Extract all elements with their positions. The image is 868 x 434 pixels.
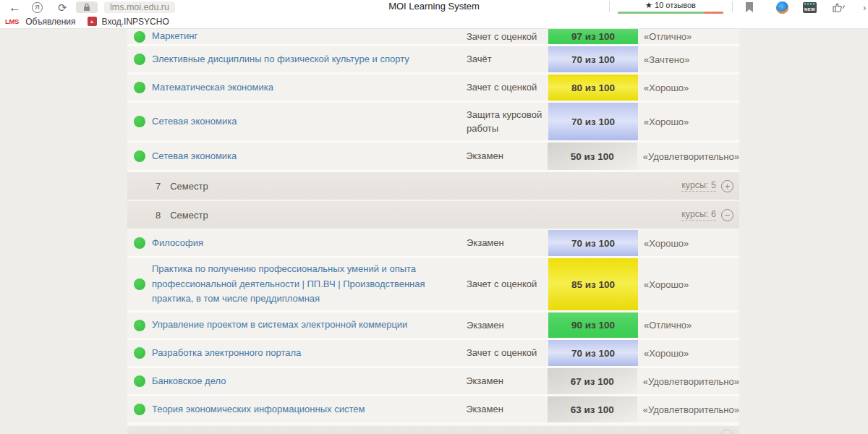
toolbar-divider: [732, 1, 733, 12]
assessment-type: Зачет с оценкой: [467, 30, 548, 44]
assessment-type: Экзамен: [466, 374, 548, 388]
assessment-type: Зачет с оценкой: [467, 80, 548, 95]
browser-chrome: ← Я ⟳ lms.moi.edu.ru MOI Learning System…: [0, 0, 868, 29]
score-cell: 70 из 100: [548, 103, 638, 140]
page-title: MOI Learning System: [388, 1, 480, 12]
grade-text: «Удовлетворительно»: [637, 404, 739, 415]
status-cell: [127, 375, 152, 387]
status-cell: [127, 116, 152, 127]
semester-number: 8: [156, 210, 161, 221]
status-cell: [127, 404, 152, 415]
assessment-type: Экзамен: [466, 149, 548, 163]
lock-icon: [83, 3, 90, 12]
semester-number: 7: [156, 181, 161, 192]
course-link[interactable]: Элективные дисциплины по физической куль…: [152, 54, 409, 64]
score-cell: 90 из 100: [548, 312, 638, 338]
expand-toggle-icon[interactable]: +: [721, 180, 733, 192]
course-link[interactable]: Практика по получению профессиональных у…: [152, 263, 425, 305]
toolbar-divider: [609, 1, 610, 12]
grade-text: «Хорошо»: [638, 116, 739, 127]
grade-text: «Хорошо»: [638, 238, 739, 249]
overflow-button[interactable]: ›: [863, 0, 866, 14]
status-cell: [127, 237, 152, 249]
rating-bar: [618, 12, 723, 14]
course-link[interactable]: Банковское дело: [152, 375, 226, 386]
assessment-type: Зачет с оценкой: [467, 346, 548, 360]
browser-toolbar: ← Я ⟳ lms.moi.edu.ru MOI Learning System…: [0, 0, 868, 14]
table-row: Практика по получению профессиональных у…: [127, 258, 739, 312]
table-row: Теория экономических информационных сист…: [127, 396, 739, 425]
address-bar[interactable]: lms.moi.edu.ru: [104, 0, 175, 14]
course-link[interactable]: Философия: [152, 237, 203, 248]
back-button[interactable]: ←: [9, 0, 21, 14]
inpsycho-favicon: ▲: [88, 17, 97, 26]
yandex-icon: Я: [32, 2, 43, 13]
chevron-icon: ›: [863, 2, 866, 13]
score-cell: 97 из 100: [548, 29, 638, 44]
bookmark-item-announcements[interactable]: Объявления: [25, 17, 75, 27]
new-badge-label: NEW: [804, 7, 815, 13]
status-dot-icon: [134, 404, 145, 415]
back-arrow-icon: ←: [9, 1, 21, 14]
table-row: Банковское дело Экзамен 67 из 100 «Удовл…: [127, 368, 739, 396]
score-cell: 67 из 100: [548, 368, 637, 394]
collapse-toggle-icon[interactable]: −: [721, 209, 733, 221]
rate-page-button[interactable]: [832, 0, 846, 14]
assessment-type: Зачет с оценкой: [467, 277, 548, 292]
reviews-label: ★ 10 отзывов: [645, 1, 696, 10]
table-row: Сетевая экономика Защита курсовой работы…: [127, 103, 739, 142]
course-link[interactable]: Теория экономических информационных сист…: [152, 404, 365, 414]
course-link[interactable]: Управление проектом в системах электронн…: [152, 319, 407, 330]
semester-row: 8 Семестр курсы: 6 −: [127, 201, 739, 230]
refresh-button[interactable]: ⟳: [58, 0, 67, 14]
rating-bar-negative: [705, 12, 723, 14]
bookmark-flag-icon: [745, 2, 754, 13]
course-link[interactable]: Маркетинг: [152, 30, 197, 41]
semester-courses-link[interactable]: курсы: 6: [681, 209, 716, 221]
grade-text: «Хорошо»: [638, 348, 739, 359]
score-cell: 70 из 100: [548, 340, 638, 366]
score-cell: 80 из 100: [548, 75, 638, 101]
semester-label: Семестр: [170, 210, 208, 221]
grade-text: «Отлично»: [638, 31, 739, 42]
table-row: Сетевая экономика Экзамен 50 из 100 «Удо…: [127, 142, 739, 172]
status-dot-icon: [134, 237, 145, 249]
rating-bar-positive: [618, 12, 705, 14]
grade-text: «Хорошо»: [638, 279, 739, 290]
thumbs-icon: [832, 1, 846, 13]
semester-courses-link[interactable]: курсы: 5: [681, 180, 716, 192]
extension-button[interactable]: [776, 0, 788, 14]
new-feature-button[interactable]: NEW: [803, 0, 817, 14]
status-cell: [127, 150, 152, 162]
score-cell: 70 из 100: [548, 46, 638, 72]
grade-text: «Удовлетворительно»: [637, 151, 739, 162]
table-row: Маркетинг Зачет с оценкой 97 из 100 «Отл…: [127, 29, 739, 46]
status-cell: [127, 31, 152, 43]
bookmark-item-inpsycho[interactable]: Вход.INPSYCHO: [102, 17, 169, 27]
expand-toggle-icon: [721, 429, 733, 434]
status-cell: [127, 54, 152, 65]
site-reviews-button[interactable]: ★ 10 отзывов: [618, 0, 723, 14]
course-link[interactable]: Сетевая экономика: [152, 150, 237, 161]
status-dot-icon: [134, 54, 145, 65]
bookmark-button[interactable]: [745, 0, 754, 14]
status-cell: [127, 82, 152, 93]
semester-label: Семестр: [170, 181, 208, 192]
assessment-type: Экзамен: [467, 318, 548, 333]
url-text: lms.moi.edu.ru: [104, 1, 175, 13]
table-row: Разработка электронного портала Зачет с …: [127, 340, 739, 368]
assessment-type: Экзамен: [467, 236, 548, 250]
grade-text: «Удовлетворительно»: [637, 376, 739, 387]
grade-text: «Отлично»: [638, 320, 739, 331]
course-link[interactable]: Разработка электронного портала: [152, 347, 301, 358]
bookmarks-bar: LMS Объявления ▲ Вход.INPSYCHO: [0, 14, 868, 29]
assessment-type: Экзамен: [466, 402, 548, 417]
status-cell: [127, 278, 152, 290]
status-dot-icon: [134, 150, 145, 162]
browser-extension-icon: [776, 1, 788, 14]
yandex-tableau-button[interactable]: Я: [32, 0, 43, 14]
site-security-badge[interactable]: [76, 0, 98, 14]
course-link[interactable]: Сетевая экономика: [152, 116, 237, 127]
course-link[interactable]: Математическая экономика: [152, 82, 273, 93]
status-dot-icon: [134, 278, 145, 290]
